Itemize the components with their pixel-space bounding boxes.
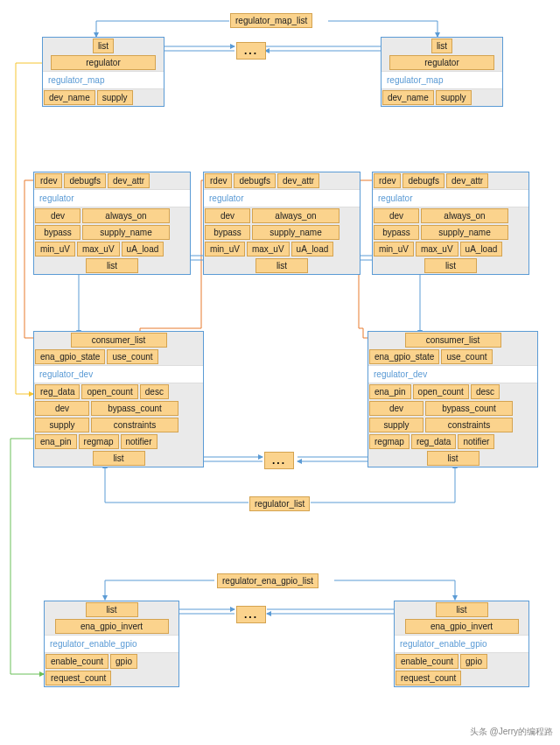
field: request_count bbox=[46, 671, 111, 685]
type-label: regulator_dev bbox=[34, 365, 203, 383]
field: list bbox=[436, 602, 488, 617]
type-label: regulator_enable_gpio bbox=[45, 635, 178, 653]
field: always_on bbox=[421, 208, 508, 223]
field: rdev bbox=[35, 173, 62, 188]
field: rdev bbox=[205, 173, 232, 188]
watermark: 头条 @Jerry的编程路 bbox=[470, 726, 553, 738]
field: constraints bbox=[91, 418, 178, 432]
field: dev bbox=[374, 208, 419, 223]
field: max_uV bbox=[416, 242, 458, 257]
field: supply_name bbox=[252, 225, 340, 240]
type-label: regulator bbox=[373, 189, 528, 207]
field: min_uV bbox=[35, 242, 75, 257]
field: list bbox=[86, 258, 138, 273]
field: bypass bbox=[374, 225, 419, 240]
regulator-box-2: rdevdebugfsdev_attr regulator devalways_… bbox=[203, 172, 360, 275]
field: reg_data bbox=[35, 384, 80, 399]
field: list bbox=[93, 451, 145, 466]
ellipsis: ... bbox=[236, 606, 266, 623]
type-label: regulator_dev bbox=[368, 365, 537, 383]
regulator-list-label: regulator_list bbox=[249, 496, 310, 511]
gpio-box-left: list ena_gpio_invert regulator_enable_gp… bbox=[44, 601, 179, 687]
field: dev bbox=[35, 208, 80, 223]
regulator-dev-box-left: consumer_list ena_gpio_stateuse_count re… bbox=[33, 331, 204, 467]
field: supply bbox=[35, 418, 89, 432]
field: supply_name bbox=[421, 225, 508, 240]
field: constraints bbox=[425, 418, 513, 432]
field: dev bbox=[35, 401, 89, 416]
field: ena_pin bbox=[369, 384, 411, 399]
type-label: regulator bbox=[204, 189, 360, 207]
field: gpio bbox=[460, 654, 487, 669]
field: desc bbox=[471, 384, 500, 399]
field: dev_attr bbox=[446, 173, 488, 188]
field: open_count bbox=[413, 384, 469, 399]
field: enable_count bbox=[396, 654, 458, 669]
field: ena_gpio_state bbox=[35, 349, 105, 364]
field: bypass bbox=[35, 225, 80, 240]
field: dev bbox=[369, 401, 424, 416]
ellipsis: ... bbox=[236, 42, 266, 60]
field: dev_name bbox=[44, 90, 95, 105]
field: debugfs bbox=[234, 173, 276, 188]
field: supply bbox=[436, 90, 472, 105]
field: open_count bbox=[81, 384, 137, 399]
field: dev_attr bbox=[277, 173, 319, 188]
field: bypass_count bbox=[425, 401, 513, 416]
regulator-ena-gpio-list-label: regulator_ena_gpio_list bbox=[217, 573, 318, 588]
field: ena_gpio_invert bbox=[405, 619, 519, 634]
field: regulator bbox=[389, 55, 494, 70]
type-label: regulator_map bbox=[43, 71, 164, 89]
field: list bbox=[256, 258, 308, 273]
regulator-map-list-label: regulator_map_list bbox=[230, 13, 312, 28]
field: ena_pin bbox=[35, 434, 77, 449]
field: min_uV bbox=[205, 242, 245, 257]
field: uA_load bbox=[460, 242, 503, 257]
field: debugfs bbox=[402, 173, 444, 188]
field: consumer_list bbox=[405, 333, 501, 348]
field: dev bbox=[205, 208, 250, 223]
gpio-box-right: list ena_gpio_invert regulator_enable_gp… bbox=[394, 601, 529, 687]
field: reg_data bbox=[411, 434, 456, 449]
field: uA_load bbox=[122, 242, 164, 257]
field: gpio bbox=[110, 654, 137, 669]
type-label: regulator_map bbox=[382, 71, 502, 89]
field: notifier bbox=[458, 434, 494, 449]
regulator-dev-box-right: consumer_list ena_gpio_stateuse_count re… bbox=[368, 331, 538, 467]
field: regulator bbox=[51, 55, 156, 70]
field: bypass bbox=[205, 225, 250, 240]
field: always_on bbox=[252, 208, 340, 223]
field: uA_load bbox=[291, 242, 334, 257]
regulator-box-3: rdevdebugfsdev_attr regulator devalways_… bbox=[372, 172, 529, 275]
field: consumer_list bbox=[71, 333, 167, 348]
regulator-map-box-right: list regulator regulator_map dev_namesup… bbox=[381, 37, 503, 107]
type-label: regulator_enable_gpio bbox=[395, 635, 528, 653]
field: enable_count bbox=[46, 654, 108, 669]
field: desc bbox=[140, 384, 169, 399]
field: list bbox=[86, 602, 138, 617]
field: regmap bbox=[369, 434, 410, 449]
field: list bbox=[424, 258, 477, 273]
field: debugfs bbox=[64, 173, 106, 188]
regulator-box-1: rdevdebugfsdev_attr regulator devalways_… bbox=[33, 172, 191, 275]
field: min_uV bbox=[374, 242, 414, 257]
field: always_on bbox=[82, 208, 170, 223]
field: regmap bbox=[79, 434, 119, 449]
field: use_count bbox=[441, 349, 492, 364]
field: max_uV bbox=[77, 242, 120, 257]
field: supply bbox=[369, 418, 424, 432]
field: supply_name bbox=[82, 225, 170, 240]
field: dev_attr bbox=[108, 173, 150, 188]
field: ena_gpio_invert bbox=[55, 619, 169, 634]
field: dev_name bbox=[382, 90, 434, 105]
field: notifier bbox=[121, 434, 158, 449]
type-label: regulator bbox=[34, 189, 190, 207]
field: rdev bbox=[374, 173, 401, 188]
field: use_count bbox=[107, 349, 158, 364]
field: request_count bbox=[396, 671, 461, 685]
field: list bbox=[93, 39, 114, 53]
field: supply bbox=[97, 90, 133, 105]
ellipsis: ... bbox=[264, 452, 294, 469]
regulator-map-box-left: list regulator regulator_map dev_namesup… bbox=[42, 37, 164, 107]
field: max_uV bbox=[247, 242, 290, 257]
